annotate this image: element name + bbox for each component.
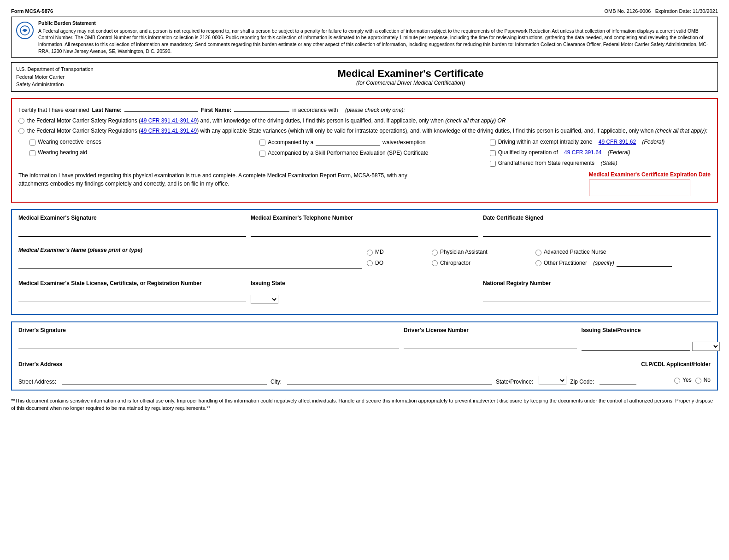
option1-link[interactable]: 49 CFR 391.41-391.49 [141,117,197,124]
public-burden-box: Public Burden Statement A Federal agency… [11,17,718,58]
chiro-radio[interactable] [432,260,438,266]
qualified-item: Qualified by operation of 49 CFR 391.64 … [490,149,711,156]
date-signed-group: Date Certificate Signed [483,215,711,237]
examiner-row1: Medical Examiner's Signature Medical Exa… [18,215,711,242]
driver-section: Driver's Signature Driver's License Numb… [11,321,718,391]
col1: Wearing corrective lenses Wearing hearin… [29,139,250,167]
driver-state-row: ALAKAZCA COFLGANY TXWA [582,342,720,351]
driver-license-field[interactable] [404,342,577,349]
expiration-date-field[interactable] [589,180,690,196]
form-number: Form MCSA-5876 [11,8,53,14]
md-radio-row: MD [367,249,423,256]
md-radio[interactable] [367,250,373,256]
yes-no-group: Yes No [641,377,711,384]
spe-checkbox[interactable] [259,151,265,157]
agency-header: U.S. Department of Transportation Federa… [11,62,718,92]
street-field[interactable] [62,378,267,385]
hearing-aid-item: Wearing hearing aid [29,149,250,156]
first-name-field[interactable] [234,105,289,112]
issuing-state-group: Issuing State ALAKAZCA COFLGANY TXWA [251,280,478,304]
agency-center: Medical Examiner's Certificate (for Comm… [108,68,713,86]
state-province-select[interactable]: ALAKAZCA COFLTX [539,376,566,385]
city-field[interactable] [287,378,492,385]
examiner-name-field[interactable] [18,262,362,269]
option1-row: the Federal Motor Carrier Safety Regulat… [18,117,711,125]
corrective-lenses-item: Wearing corrective lenses [29,139,250,146]
last-name-field[interactable] [124,105,198,112]
examiner-section: Medical Examiner's Signature Medical Exa… [11,209,718,315]
driver-row2: Driver's Address Street Address: City: S… [18,361,711,385]
driver-license-group: Driver's License Number [404,327,577,351]
col3: Driving within an exempt intracity zone … [490,139,711,167]
grandfathered-checkbox[interactable] [490,161,496,167]
certificate-title: Medical Examiner's Certificate [108,68,713,80]
do-radio[interactable] [367,260,373,266]
public-burden-text: Public Burden Statement A Federal agency… [38,20,713,54]
certification-section: I certify that I have examined Last Name… [11,98,718,203]
driver-issuing-state-group: Issuing State/Province ALAKAZCA COFLGANY… [582,327,720,351]
clp-group: CLP/CDL Applicant/Holder Yes No [641,361,711,384]
apn-radio-row: Advanced Practice Nurse [535,249,711,256]
hearing-aid-checkbox[interactable] [29,150,35,156]
option2-row: the Federal Motor Carrier Safety Regulat… [18,127,711,135]
apn-radio[interactable] [535,250,541,256]
national-registry-group: National Registry Number [483,280,711,304]
dot-icon [16,22,34,39]
license-field[interactable] [18,295,246,302]
corrective-lenses-checkbox[interactable] [29,140,35,146]
form-header: Form MCSA-5876 OMB No. 2126-0006 Expirat… [11,8,718,14]
pa-radio[interactable] [432,250,438,256]
driver-signature-field[interactable] [18,342,399,349]
date-signed-field[interactable] [483,229,711,237]
examiner-name-group: Medical Examiner's Name (please print or… [18,247,362,269]
expiration-right: Medical Examiner's Certificate Expiratio… [589,171,711,196]
examiner-telephone-field[interactable] [251,229,478,237]
option2-radio[interactable] [18,128,24,134]
qualified-checkbox[interactable] [490,150,496,156]
chiro-radio-row: Chiropractor [432,259,526,266]
other-radio[interactable] [535,260,541,266]
examiner-row3: Medical Examiner's State License, Certif… [18,280,711,309]
driver-state-select[interactable]: ALAKAZCA COFLGANY TXWA [692,342,720,351]
examiner-type-group: MD Physician Assistant Advanced Practice… [367,247,711,274]
omb-info: OMB No. 2126-0006 Expiration Date: 11/30… [605,8,718,14]
zip-field[interactable] [600,378,636,385]
other-specify-field[interactable] [617,259,672,267]
no-row: No [695,377,711,384]
examiner-telephone-group: Medical Examiner's Telephone Number [251,215,478,237]
driving-exempt-item: Driving within an exempt intracity zone … [490,139,711,146]
option1-radio[interactable] [18,118,24,124]
spe-item: Accompanied by a Skill Performance Evalu… [259,150,480,157]
driving-exempt-checkbox[interactable] [490,140,496,146]
no-radio[interactable] [695,378,701,384]
certificate-subtitle: (for Commercial Driver Medical Certifica… [108,80,713,86]
qualified-link[interactable]: 49 CFR 391.64 [564,149,601,156]
certify-line: I certify that I have examined Last Name… [18,105,711,113]
footer-note: **This document contains sensitive infor… [11,397,718,412]
examiner-row2: Medical Examiner's Name (please print or… [18,247,711,274]
grandfathered-item: Grandfathered from State requirements (S… [490,160,711,167]
do-radio-row: DO [367,259,423,266]
examiner-signature-field[interactable] [18,229,246,237]
expiration-text: The information I have provided regardin… [18,171,434,188]
expiration-label: Medical Examiner's Certificate Expiratio… [589,171,711,178]
waiver-field[interactable] [316,139,380,146]
yes-radio[interactable] [674,378,680,384]
driver-signature-group: Driver's Signature [18,327,399,351]
accompanied-checkbox[interactable] [259,140,265,146]
issuing-state-select[interactable]: ALAKAZCA COFLGANY TXWA [251,295,278,304]
issuing-state-field: ALAKAZCA COFLGANY TXWA [251,295,478,304]
col2: Accompanied by a waiver/exemption Accomp… [259,139,480,167]
accompanied-item: Accompanied by a waiver/exemption [259,139,480,146]
other-radio-row: Other Practitioner (specify) [535,259,711,267]
checkboxes-grid: Wearing corrective lenses Wearing hearin… [29,139,711,167]
pa-radio-row: Physician Assistant [432,249,526,256]
national-registry-field[interactable] [483,295,711,302]
exempt-link[interactable]: 49 CFR 391.62 [599,139,636,145]
driver-address-group: Driver's Address Street Address: City: S… [18,361,636,385]
examiner-signature-group: Medical Examiner's Signature [18,215,246,237]
driver-state-field[interactable] [582,344,690,351]
option2-link[interactable]: 49 CFR 391.41-391.49 [141,128,197,134]
driver-addr-fields: Street Address: City: State/Province: AL… [18,376,636,385]
license-group: Medical Examiner's State License, Certif… [18,280,246,304]
